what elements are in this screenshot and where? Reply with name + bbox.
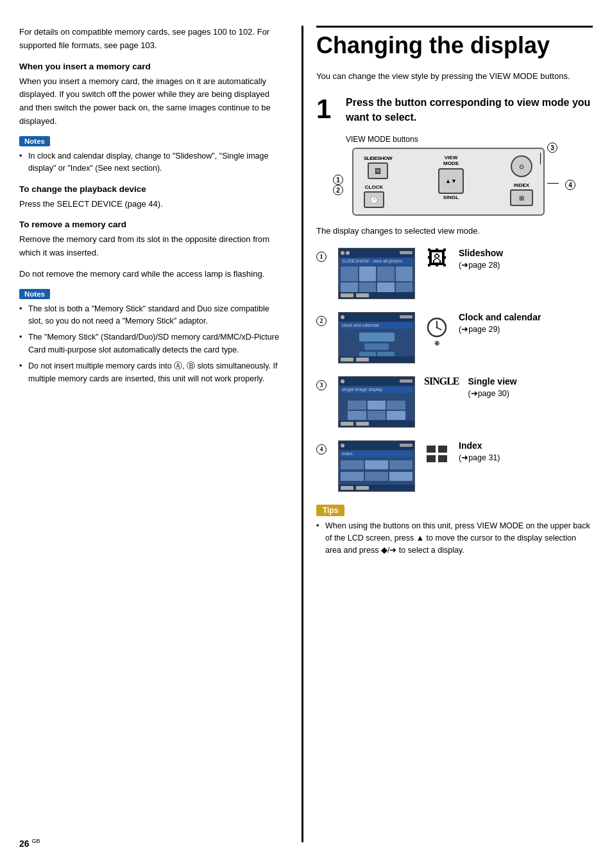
notes-badge-2: Notes bbox=[19, 289, 50, 299]
clock-desc: Clock and calendar (➜page 29) bbox=[459, 312, 593, 336]
svg-rect-5 bbox=[438, 446, 447, 453]
view-mode-row-1: 1 SLIDESHOW - view all photos bbox=[316, 248, 593, 299]
device-diagram-box: SLIDESHOW 🖼 CLOCK 🕐 VIEWMODE ▲▼ bbox=[352, 148, 545, 216]
playback-heading: To change the playback device bbox=[19, 184, 282, 194]
single-screen: single image display bbox=[338, 376, 415, 428]
clock-screen: clock and calendar bbox=[338, 312, 415, 363]
page-number: 26 bbox=[19, 838, 30, 849]
slideshow-desc: Slideshow (➜page 28) bbox=[459, 248, 593, 272]
view-mode-diagram: VIEW MODE buttons 3 4 1 2 SLIDESHOW 🖼 bbox=[346, 135, 593, 216]
view-mode-btn-group: VIEWMODE ▲▼ SINGL bbox=[438, 155, 464, 200]
tips-item-1: When using the buttons on this unit, pre… bbox=[316, 520, 593, 557]
clock-ref: (➜page 29) bbox=[459, 324, 593, 336]
notes-item-2-1: The slot is both a "Memory Stick" standa… bbox=[19, 303, 282, 328]
callout-3: 3 bbox=[547, 143, 557, 153]
view-mode-num-3: 3 bbox=[316, 380, 329, 390]
svg-point-3 bbox=[436, 326, 438, 328]
index-screen: index bbox=[338, 440, 415, 492]
tips-badge: Tips bbox=[316, 505, 344, 516]
right-column: Changing the display You can change the … bbox=[302, 26, 593, 842]
notes-list-1: In clock and calendar display, change to… bbox=[19, 150, 282, 175]
notes-item-2-2: The "Memory Stick" (Standard/Duo)/SD mem… bbox=[19, 331, 282, 356]
notes-list-2: The slot is both a "Memory Stick" standa… bbox=[19, 303, 282, 385]
right-intro: You can change the view style by pressin… bbox=[316, 70, 593, 83]
tips-section: Tips When using the buttons on this unit… bbox=[316, 505, 593, 557]
callout-1: 1 bbox=[333, 175, 343, 185]
slideshow-ref: (➜page 28) bbox=[459, 259, 593, 272]
callout-line-4 bbox=[547, 183, 559, 184]
tips-list: When using the buttons on this unit, pre… bbox=[316, 520, 593, 557]
circle-btn: ⊙ bbox=[511, 155, 532, 177]
step-number-1: 1 bbox=[316, 96, 339, 123]
index-desc: Index (➜page 31) bbox=[459, 440, 593, 464]
notes-item-2-3: Do not insert multiple memory cards into… bbox=[19, 360, 282, 385]
single-title: Single view bbox=[468, 376, 593, 386]
callout-2: 2 bbox=[333, 185, 343, 195]
view-mode-row-2: 2 clock and calendar ④ bbox=[316, 312, 593, 363]
left-column: For details on compatible memory cards, … bbox=[19, 26, 302, 842]
single-desc: Single view (➜page 30) bbox=[468, 376, 593, 400]
slideshow-title: Slideshow bbox=[459, 248, 593, 258]
svg-rect-7 bbox=[438, 455, 447, 462]
view-mode-num-2: 2 bbox=[316, 316, 329, 326]
notes-item-1-1: In clock and calendar display, change to… bbox=[19, 150, 282, 175]
remove-text-2: Do not remove the memory card while the … bbox=[19, 268, 282, 281]
clock-icon: ④ bbox=[424, 316, 450, 347]
page-title: Changing the display bbox=[316, 26, 593, 58]
notes-section-2: Notes The slot is both a "Memory Stick" … bbox=[19, 289, 282, 385]
clock-btn-group: CLOCK 🕐 bbox=[364, 184, 384, 208]
view-mode-num-4: 4 bbox=[316, 444, 329, 455]
remove-heading: To remove a memory card bbox=[19, 220, 282, 229]
notes-badge-1: Notes bbox=[19, 136, 50, 146]
svg-rect-6 bbox=[427, 455, 436, 462]
memory-card-heading: When you insert a memory card bbox=[19, 62, 282, 71]
display-changed-text: The display changes to selected view mod… bbox=[316, 225, 593, 238]
index-ref: (➜page 31) bbox=[459, 452, 593, 464]
intro-text: For details on compatible memory cards, … bbox=[19, 26, 282, 53]
step-1: 1 Press the button corresponding to view… bbox=[316, 96, 593, 125]
slideshow-btn-group: SLIDESHOW 🖼 bbox=[364, 155, 392, 179]
clock-title: Clock and calendar bbox=[459, 312, 593, 322]
remove-text-1: Remove the memory card from its slot in … bbox=[19, 233, 282, 260]
slideshow-screen: SLIDESHOW - view all photos bbox=[338, 248, 415, 299]
callout-4: 4 bbox=[565, 180, 575, 190]
view-mode-num-1: 1 bbox=[316, 252, 329, 262]
playback-text: Press the SELECT DEVICE (page 44). bbox=[19, 198, 282, 211]
locale: GB bbox=[31, 838, 40, 844]
slideshow-icon: 🖼 bbox=[424, 248, 450, 268]
view-mode-row-3: 3 single image display bbox=[316, 376, 593, 428]
notes-section-1: Notes In clock and calendar display, cha… bbox=[19, 136, 282, 175]
step-text-1: Press the button corresponding to view m… bbox=[346, 96, 593, 125]
single-icon: SINGLE bbox=[424, 376, 459, 386]
view-mode-row-4: 4 index bbox=[316, 440, 593, 492]
index-title: Index bbox=[459, 440, 593, 451]
index-btn-group: INDEX ⊞ bbox=[510, 182, 533, 206]
callout-line-3 bbox=[540, 153, 541, 164]
svg-rect-4 bbox=[427, 446, 436, 453]
single-ref: (➜page 30) bbox=[468, 388, 593, 400]
memory-card-text: When you insert a memory card, the image… bbox=[19, 75, 282, 128]
index-icon bbox=[424, 444, 450, 467]
page-footer: 26 GB bbox=[19, 838, 40, 849]
